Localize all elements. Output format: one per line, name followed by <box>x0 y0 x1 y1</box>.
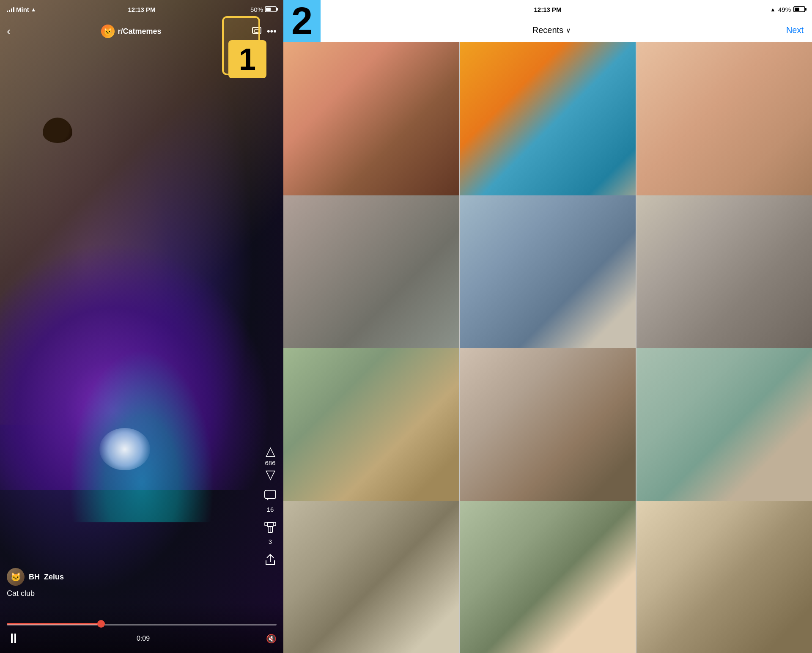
upvote-icon: △ <box>266 445 275 458</box>
subreddit-avatar: 🐱 <box>101 25 115 38</box>
teal-glow <box>57 326 227 522</box>
photo-picker-panel: 2 12:13 PM ▲ 49% Recents ∨ Next 5 5 <box>283 0 812 653</box>
battery-percent-left: 50% <box>250 6 263 13</box>
wifi-icon-right: ▲ <box>770 6 776 13</box>
photo-cell-7[interactable] <box>283 348 459 524</box>
photo-cell-8[interactable] <box>460 348 635 524</box>
recents-label: Recents <box>532 25 563 35</box>
battery-icon-right <box>793 6 805 12</box>
share-icon <box>264 554 276 568</box>
cat-eye <box>43 118 72 143</box>
step-badge-1: 1 <box>228 40 266 78</box>
time-display: 0:09 <box>137 635 150 642</box>
more-options-icon[interactable]: ••• <box>267 26 277 37</box>
svg-rect-4 <box>267 522 273 527</box>
action-buttons: △ 686 ▽ 16 3 <box>264 445 277 568</box>
signal-icon <box>7 6 14 12</box>
progress-thumb[interactable] <box>97 620 105 628</box>
controls-row: ⏸ 0:09 🔇 <box>7 631 277 646</box>
step-badge-2: 2 <box>283 0 321 42</box>
light-orb <box>99 428 150 470</box>
battery-area-left: 50% <box>250 6 277 13</box>
photo-cell-5[interactable] <box>460 195 635 371</box>
photo-cell-10[interactable] <box>283 501 459 653</box>
subreddit-info[interactable]: 🐱 r/Catmemes <box>101 25 162 38</box>
picker-header: Recents ∨ Next <box>283 19 812 42</box>
photo-cell-9[interactable]: 5 <box>636 348 812 524</box>
svg-rect-3 <box>265 490 276 499</box>
next-button[interactable]: Next <box>786 25 804 35</box>
chevron-down-icon: ∨ <box>566 26 571 34</box>
volume-icon: 🔇 <box>266 634 277 644</box>
carrier-name: Mint <box>16 6 29 13</box>
comment-icon <box>264 489 277 504</box>
post-title: Cat club <box>7 589 35 598</box>
recents-button[interactable]: Recents ∨ <box>532 25 571 35</box>
video-panel: Mint ▲ 12:13 PM 50% ‹ 🐱 r/Catmemes <box>0 0 283 653</box>
back-button[interactable]: ‹ <box>7 25 11 38</box>
battery-fill-right <box>795 8 799 11</box>
comment-count: 16 <box>267 506 274 513</box>
photo-grid: 5 5 <box>283 42 812 653</box>
subreddit-name: r/Catmemes <box>118 27 162 36</box>
status-time-right: 12:13 PM <box>534 6 561 13</box>
photo-cell-2[interactable] <box>460 42 635 218</box>
username[interactable]: BH_Zelus <box>29 573 64 582</box>
downvote-icon: ▽ <box>266 468 275 481</box>
share-action[interactable] <box>264 554 276 568</box>
award-icon <box>264 521 277 536</box>
video-controls: ⏸ 0:09 🔇 <box>0 602 283 653</box>
status-time-left: 12:13 PM <box>128 6 155 13</box>
volume-control[interactable]: 🔇 <box>266 634 277 644</box>
upvote-action[interactable]: △ 686 ▽ <box>265 445 275 481</box>
progress-track <box>7 624 277 626</box>
vote-count: 686 <box>265 459 275 466</box>
photo-cell-11[interactable] <box>460 501 635 653</box>
progress-bar[interactable] <box>7 623 277 626</box>
user-avatar: 🐱 <box>7 568 25 586</box>
post-user-info: 🐱 BH_Zelus Cat club <box>7 568 64 598</box>
carrier-area: Mint ▲ <box>7 6 36 13</box>
battery-percent-right: 49% <box>778 6 791 13</box>
status-right-icons: ▲ 49% <box>770 6 805 13</box>
status-bar-right: 12:13 PM ▲ 49% <box>283 0 812 19</box>
award-count: 3 <box>269 538 272 545</box>
photo-cell-4[interactable] <box>283 195 459 371</box>
photo-cell-1[interactable] <box>283 42 459 218</box>
user-row: 🐱 BH_Zelus <box>7 568 64 586</box>
wifi-icon: ▲ <box>31 6 36 13</box>
comment-action[interactable]: 16 <box>264 489 277 513</box>
battery-icon-left <box>265 6 277 12</box>
photo-cell-3[interactable] <box>636 42 812 218</box>
pause-button[interactable]: ⏸ <box>7 631 20 646</box>
award-action[interactable]: 3 <box>264 521 277 545</box>
photo-cell-12[interactable] <box>636 501 812 653</box>
battery-fill-left <box>266 8 271 11</box>
photo-cell-6[interactable]: 5 <box>636 195 812 371</box>
